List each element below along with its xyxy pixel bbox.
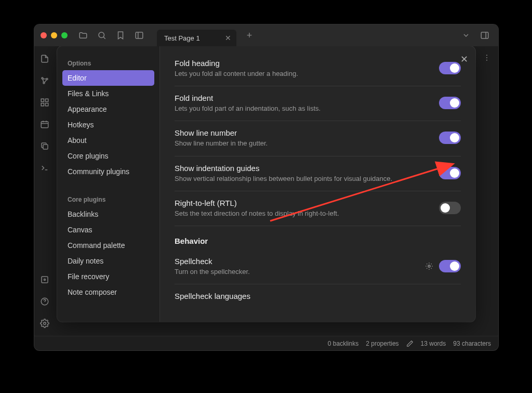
toggle-show-line-number[interactable]	[439, 132, 461, 144]
svg-rect-9	[46, 103, 48, 106]
sidebar-item-daily-notes[interactable]: Daily notes	[62, 253, 154, 269]
setting-title: Spellcheck	[175, 257, 414, 266]
tab-title: Test Page 1	[162, 34, 221, 42]
traffic-lights	[41, 32, 68, 38]
chevron-down-icon[interactable]	[459, 28, 473, 43]
svg-point-18	[486, 60, 487, 61]
sidebar-item-about[interactable]: About	[62, 133, 154, 148]
sidebar-item-editor[interactable]: Editor	[62, 70, 154, 86]
status-backlinks[interactable]: 0 backlinks	[328, 340, 358, 347]
window-maximize-button[interactable]	[61, 32, 68, 38]
help-icon[interactable]	[37, 294, 52, 309]
setting-spellcheck: Spellcheck Turn on the spellchecker.	[175, 250, 461, 284]
status-characters[interactable]: 93 characters	[453, 340, 491, 347]
sidebar-item-appearance[interactable]: Appearance	[62, 101, 154, 117]
graph-icon[interactable]	[37, 73, 52, 88]
setting-desc: Sets the text direction of notes to disp…	[175, 209, 429, 218]
vault-icon[interactable]	[37, 272, 52, 287]
svg-rect-8	[41, 103, 44, 106]
svg-point-4	[46, 78, 48, 80]
svg-rect-11	[43, 145, 48, 149]
setting-desc: Lets you fold all content under a headin…	[175, 69, 429, 78]
sidebar-header-options: Options	[62, 56, 154, 70]
app-window: Test Page 1 ✕ + Optio	[34, 24, 498, 350]
setting-title: Fold indent	[175, 94, 429, 102]
svg-point-16	[486, 55, 487, 56]
status-properties[interactable]: 2 properties	[366, 340, 398, 347]
pencil-icon[interactable]	[406, 340, 414, 347]
toggle-spellcheck[interactable]	[439, 260, 461, 272]
file-icon[interactable]	[37, 51, 52, 66]
toggle-fold-indent[interactable]	[439, 97, 461, 109]
toggle-indentation-guides[interactable]	[439, 167, 461, 179]
settings-sidebar: Options Editor Files & Links Appearance …	[57, 46, 160, 322]
window-minimize-button[interactable]	[51, 32, 57, 38]
setting-desc: Show vertical relationship lines between…	[175, 174, 429, 184]
folder-icon[interactable]	[76, 28, 90, 43]
copy-icon[interactable]	[37, 139, 52, 153]
setting-spellcheck-languages: Spellcheck languages	[175, 284, 461, 302]
window-close-button[interactable]	[41, 32, 47, 38]
setting-desc: Show line number in the gutter.	[175, 139, 429, 148]
setting-title: Fold heading	[175, 59, 429, 68]
tab-close-icon[interactable]: ✕	[225, 34, 231, 42]
sidebar-item-note-composer[interactable]: Note composer	[62, 284, 154, 300]
status-words[interactable]: 13 words	[421, 340, 446, 347]
section-header-behavior: Behavior	[175, 226, 461, 250]
close-icon[interactable]: ✕	[460, 54, 468, 65]
gear-icon[interactable]	[424, 261, 434, 271]
svg-rect-6	[41, 99, 44, 101]
sidebar-item-core-plugins[interactable]: Core plugins	[62, 148, 154, 164]
svg-rect-10	[41, 122, 48, 128]
sidebar-item-hotkeys[interactable]: Hotkeys	[62, 117, 154, 133]
sidebar-item-backlinks[interactable]: Backlinks	[62, 206, 154, 222]
sidebar-item-file-recovery[interactable]: File recovery	[62, 269, 154, 284]
svg-point-19	[428, 265, 430, 267]
svg-point-0	[99, 32, 104, 38]
svg-point-15	[44, 322, 46, 325]
sidebar-item-community-plugins[interactable]: Community plugins	[62, 164, 154, 179]
toggle-fold-heading[interactable]	[439, 62, 461, 74]
app-body: Options Editor Files & Links Appearance …	[34, 46, 498, 336]
svg-rect-1	[136, 32, 143, 38]
tab[interactable]: Test Page 1 ✕	[157, 30, 236, 46]
setting-show-line-number: Show line number Show line number in the…	[175, 121, 461, 156]
calendar-icon[interactable]	[37, 117, 52, 132]
statusbar: 0 backlinks 2 properties 13 words 93 cha…	[34, 336, 498, 350]
canvas-icon[interactable]	[37, 95, 52, 110]
setting-fold-indent: Fold indent Lets you fold part of an ind…	[175, 86, 461, 121]
svg-point-17	[486, 57, 487, 58]
setting-rtl: Right-to-left (RTL) Sets the text direct…	[175, 191, 461, 226]
titlebar: Test Page 1 ✕ +	[34, 24, 498, 46]
toggle-rtl[interactable]	[439, 202, 461, 214]
sidebar-item-canvas[interactable]: Canvas	[62, 222, 154, 238]
more-icon[interactable]	[483, 54, 491, 62]
sidebar-item-command-palette[interactable]: Command palette	[62, 238, 154, 253]
sidebar-item-files-links[interactable]: Files & Links	[62, 86, 154, 101]
setting-indentation-guides: Show indentation guides Show vertical re…	[175, 156, 461, 191]
settings-content: ✕ Fold heading Lets you fold all content…	[160, 46, 475, 322]
setting-title: Show line number	[175, 128, 429, 137]
panel-left-icon[interactable]	[132, 28, 147, 43]
svg-rect-2	[481, 32, 488, 38]
setting-fold-heading: Fold heading Lets you fold all content u…	[175, 51, 461, 86]
new-tab-button[interactable]: +	[247, 30, 252, 41]
svg-rect-12	[42, 277, 48, 283]
svg-point-13	[44, 279, 46, 281]
settings-icon[interactable]	[37, 316, 52, 331]
setting-title: Show indentation guides	[175, 164, 429, 173]
setting-title: Spellcheck languages	[175, 292, 461, 300]
bookmark-icon[interactable]	[113, 28, 128, 43]
settings-modal: Options Editor Files & Links Appearance …	[57, 46, 475, 322]
setting-desc: Lets you fold part of an indentation, su…	[175, 104, 429, 113]
svg-point-3	[42, 77, 43, 79]
command-icon[interactable]	[37, 161, 52, 175]
setting-desc: Turn on the spellchecker.	[175, 267, 414, 277]
left-rail	[34, 46, 55, 336]
panel-right-icon[interactable]	[477, 28, 492, 43]
search-icon[interactable]	[95, 28, 109, 43]
setting-title: Right-to-left (RTL)	[175, 199, 429, 207]
sidebar-header-core-plugins: Core plugins	[62, 192, 154, 206]
svg-rect-7	[46, 99, 48, 101]
